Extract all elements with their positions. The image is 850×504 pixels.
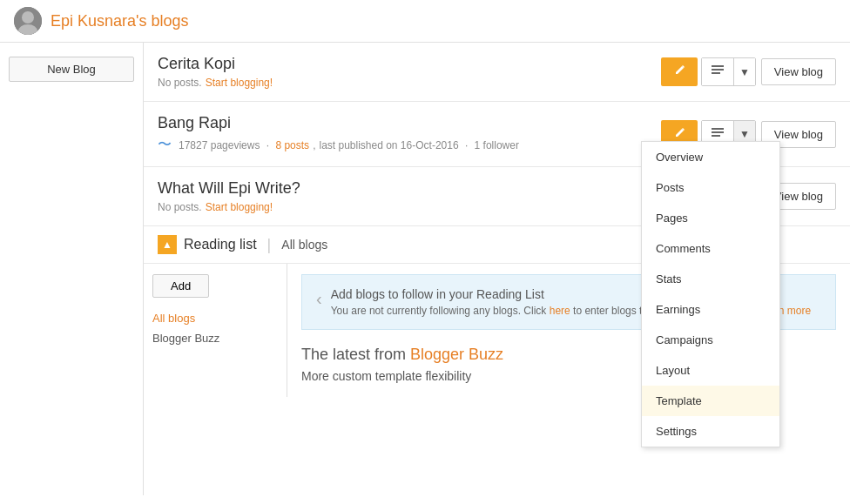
dropdown-posts[interactable]: Posts	[642, 172, 779, 203]
dropdown-layout[interactable]: Layout	[642, 355, 779, 386]
main-layout: New Blog Cerita Kopi No posts. Start blo…	[0, 43, 850, 495]
follow-here-link[interactable]: here	[550, 305, 570, 317]
reading-sidebar: Add All blogs Blogger Buzz	[144, 264, 287, 397]
edit-button-cerita-kopi[interactable]	[661, 57, 698, 86]
dropdown-earnings[interactable]: Earnings	[642, 294, 779, 325]
published-date: last published on 16-Oct-2016	[319, 139, 458, 151]
dropdown-settings[interactable]: Settings	[642, 416, 779, 447]
blogger-buzz-link[interactable]: Blogger Buzz	[410, 346, 503, 363]
dropdown-pages[interactable]: Pages	[642, 203, 779, 233]
blog-meta-what-will-epi-write: No posts. Start blogging!	[158, 201, 661, 213]
header: Epi Kusnara's blogs	[0, 0, 850, 43]
svg-rect-3	[712, 65, 724, 67]
reading-nav-all-blogs[interactable]: All blogs	[152, 308, 278, 328]
dropdown-button-cerita-kopi[interactable]: ▼	[734, 58, 755, 85]
blog-meta-cerita-kopi: No posts. Start blogging!	[158, 77, 661, 89]
dropdown-campaigns[interactable]: Campaigns	[642, 325, 779, 355]
blogs-content: Cerita Kopi No posts. Start blogging!	[144, 43, 850, 495]
dropdown-menu: Overview Posts Pages Comments Stats Earn…	[641, 141, 780, 447]
start-blogging-link-3[interactable]: Start blogging!	[206, 201, 273, 213]
blog-info-cerita-kopi: Cerita Kopi No posts. Start blogging!	[158, 55, 661, 89]
svg-rect-4	[712, 69, 724, 71]
blogger-buzz-prefix: The latest from	[301, 346, 410, 363]
blog-actions-cerita-kopi: ▼ View blog	[661, 57, 836, 86]
blog-info-what-will-epi-write: What Will Epi Write? No posts. Start blo…	[158, 179, 661, 213]
posts-icon-2	[711, 127, 725, 139]
posts-group-cerita-kopi: ▼	[701, 57, 756, 86]
posts-link-bang-rapi[interactable]: 8 posts	[275, 139, 309, 151]
dropdown-stats[interactable]: Stats	[642, 264, 779, 294]
pencil-icon-2	[673, 127, 685, 139]
svg-rect-8	[712, 135, 720, 137]
wavy-icon: 〜	[158, 136, 172, 154]
sidebar: New Blog	[0, 43, 144, 495]
blog-item-cerita-kopi: Cerita Kopi No posts. Start blogging!	[144, 43, 850, 102]
svg-rect-7	[712, 131, 724, 133]
start-blogging-link-1[interactable]: Start blogging!	[206, 77, 273, 89]
posts-button-cerita-kopi[interactable]	[702, 58, 734, 85]
svg-rect-5	[712, 72, 720, 74]
follow-desc-before: You are not currently following any blog…	[331, 305, 550, 317]
blog-item-bang-rapi: Bang Rapi 〜 17827 pageviews · 8 posts , …	[144, 102, 850, 167]
blog-title-cerita-kopi: Cerita Kopi	[158, 55, 661, 73]
published-label: ,	[313, 139, 315, 151]
avatar	[14, 7, 42, 35]
left-arrow-icon: ‹	[316, 289, 322, 309]
blog-info-bang-rapi: Bang Rapi 〜 17827 pageviews · 8 posts , …	[158, 114, 661, 154]
reading-list-separator: |	[267, 236, 272, 254]
pencil-icon	[673, 64, 685, 77]
reading-list-subtitle: All blogs	[281, 238, 327, 252]
reading-list-title: Reading list	[184, 237, 257, 252]
blog-title-bang-rapi: Bang Rapi	[158, 114, 661, 132]
no-posts-label: No posts.	[158, 77, 202, 89]
dropdown-template[interactable]: Template	[642, 386, 779, 416]
page-title: Epi Kusnara's blogs	[51, 12, 189, 30]
svg-rect-6	[712, 128, 724, 130]
posts-icon-1	[711, 64, 725, 77]
pageviews-label: 17827 pageviews	[179, 139, 260, 151]
follower-label: 1 follower	[475, 139, 519, 151]
no-posts-label-3: No posts.	[158, 201, 202, 213]
add-button[interactable]: Add	[152, 274, 209, 298]
new-blog-button[interactable]: New Blog	[9, 57, 134, 82]
reading-nav-blogger-buzz[interactable]: Blogger Buzz	[152, 328, 278, 348]
blog-title-what-will-epi-write: What Will Epi Write?	[158, 179, 661, 198]
view-blog-button-cerita-kopi[interactable]: View blog	[761, 58, 836, 85]
svg-point-1	[22, 11, 34, 24]
dropdown-overview[interactable]: Overview	[642, 142, 779, 172]
blog-meta-bang-rapi: 〜 17827 pageviews · 8 posts , last publi…	[158, 136, 661, 154]
dropdown-comments[interactable]: Comments	[642, 233, 779, 264]
reading-list-toggle[interactable]: ▲	[158, 235, 177, 254]
